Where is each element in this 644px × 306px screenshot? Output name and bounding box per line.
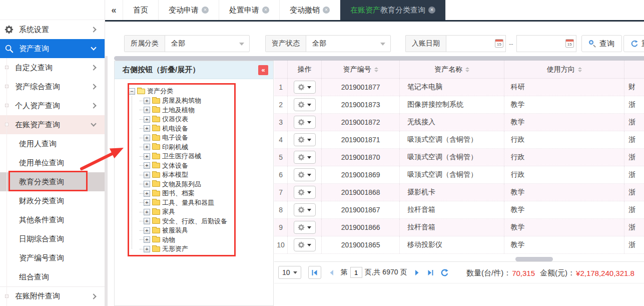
sidebar-item-asset-number-query[interactable]: 资产编号查询 [0, 248, 105, 267]
expand-node-icon[interactable]: + [144, 190, 150, 197]
tab-disposal-request[interactable]: 处置申请 × [219, 0, 280, 20]
panel-collapse-button[interactable]: « [258, 65, 268, 75]
row-actions-button[interactable] [294, 186, 316, 199]
row-actions-button[interactable] [294, 168, 316, 181]
tree-node[interactable]: + 安全、行政、后勤设备 [140, 217, 273, 226]
row-actions-button[interactable] [294, 81, 316, 94]
close-icon[interactable]: × [262, 7, 269, 14]
sidebar-item-asset-query[interactable]: 资产查询 [0, 39, 105, 58]
tab-change-cancel[interactable]: 变动撤销 × [280, 0, 340, 20]
first-page-button[interactable] [308, 266, 321, 279]
next-page-button[interactable] [414, 269, 420, 276]
tree-node[interactable]: + 被服装具 [140, 226, 273, 235]
row-actions-button[interactable] [294, 151, 316, 164]
sidebar-item-fiscal-category-query[interactable]: 财政分类查询 [0, 191, 105, 210]
tree-node[interactable]: + 家具 [140, 207, 273, 217]
expand-node-icon[interactable]: + [144, 153, 150, 160]
last-page-button[interactable] [427, 269, 434, 276]
close-icon[interactable]: × [323, 7, 330, 14]
tree-node[interactable]: + 动物 [140, 235, 273, 245]
expand-node-icon[interactable]: + [144, 218, 150, 224]
reset-button[interactable]: 重置 [623, 35, 644, 52]
table-row[interactable]: 6 2019001869 吸顶式空调（含铜管） 行政 浙 [274, 166, 644, 184]
tree-node-label[interactable]: 无形资产 [162, 244, 188, 253]
table-row[interactable]: 5 2019001870 吸顶式空调（含铜管） 行政 浙 [274, 149, 644, 166]
expand-node-icon[interactable]: + [144, 98, 150, 104]
prev-page-button[interactable] [328, 269, 335, 276]
close-icon[interactable]: × [428, 7, 435, 14]
tree-node[interactable]: + 标本模型 [140, 170, 273, 180]
sidebar-item-combined-query[interactable]: 组合查询 [0, 267, 105, 286]
sidebar-item-personal-asset-query[interactable]: 个人资产查询 [0, 96, 105, 115]
header-asset-name[interactable]: 资产名称 [400, 61, 504, 78]
tabs-collapse-button[interactable]: « [105, 0, 123, 20]
tab-home[interactable]: 首页 [123, 0, 159, 20]
sidebar-item-system-settings[interactable]: 系统设置 [0, 20, 105, 39]
sidebar-item-onbook-asset-query[interactable]: 在账资产查询 [0, 115, 105, 134]
table-row[interactable]: 4 2019001871 吸顶式空调（含铜管） 行政 浙 [274, 131, 644, 149]
tree-node-label[interactable]: 文物及陈列品 [162, 180, 201, 189]
calendar-icon[interactable]: 15 [495, 39, 503, 48]
tree-node-label[interactable]: 资产分类 [147, 87, 173, 96]
expand-node-icon[interactable]: + [144, 199, 150, 206]
close-icon[interactable]: × [202, 7, 209, 14]
tree-root-node[interactable]: − 资产分类 [129, 86, 273, 96]
table-row[interactable]: 3 2019001872 无线接入 教学 浙 [274, 114, 644, 131]
filter-category-select[interactable]: 全部 [165, 36, 249, 52]
expand-node-icon[interactable]: + [144, 209, 150, 215]
tree-node-label[interactable]: 电子设备 [162, 133, 188, 142]
sidebar-item-education-category-query[interactable]: 教育分类查询 [0, 172, 105, 191]
tree-node-label[interactable]: 家具 [162, 207, 175, 216]
tree-node[interactable]: + 图书、档案 [140, 189, 273, 198]
tree-node[interactable]: + 房屋及构筑物 [140, 96, 273, 106]
tree-node-label[interactable]: 印刷机械 [162, 143, 188, 152]
filter-status-select[interactable]: 全部 [306, 36, 390, 52]
tree-node-label[interactable]: 卫生医疗器械 [162, 152, 201, 161]
expand-node-icon[interactable]: + [144, 181, 150, 187]
sort-icon[interactable] [465, 67, 469, 72]
expand-node-icon[interactable]: + [144, 246, 150, 252]
sidebar-item-user-query[interactable]: 使用人查询 [0, 134, 105, 153]
sort-icon[interactable] [578, 67, 582, 72]
tab-change-request[interactable]: 变动申请 × [159, 0, 219, 20]
sidebar-item-other-condition-query[interactable]: 其他条件查询 [0, 210, 105, 229]
tree-node[interactable]: + 卫生医疗器械 [140, 152, 273, 161]
row-actions-button[interactable] [294, 116, 316, 129]
sidebar-scrollbar[interactable] [105, 22, 108, 306]
tree-node-label[interactable]: 安全、行政、后勤设备 [162, 217, 227, 226]
expand-node-icon[interactable]: + [144, 107, 150, 113]
table-row[interactable]: 2 2019001873 图像拼接控制系统 教学 浙 [274, 96, 644, 114]
sidebar-item-onbook-attachment-query[interactable]: 在账附件查询 [0, 286, 105, 305]
header-usage-direction[interactable]: 使用方向 [504, 61, 624, 78]
tree-node[interactable]: + 仪器仪表 [140, 115, 273, 124]
tree-node[interactable]: + 机电设备 [140, 124, 273, 134]
row-actions-button[interactable] [294, 203, 316, 216]
expand-node-icon[interactable]: + [144, 125, 150, 132]
expand-node-icon[interactable]: + [144, 172, 150, 178]
sidebar-item-using-unit-query[interactable]: 使用单位查询 [0, 153, 105, 172]
tree-node[interactable]: + 无形资产 [140, 244, 273, 254]
collapse-node-icon[interactable]: − [129, 88, 135, 95]
row-actions-button[interactable] [294, 98, 316, 111]
tree-node-label[interactable]: 房屋及构筑物 [162, 96, 201, 105]
row-actions-button[interactable] [294, 238, 316, 251]
expand-node-icon[interactable]: + [144, 144, 150, 150]
refresh-button[interactable] [441, 269, 448, 276]
tree-node-label[interactable]: 图书、档案 [162, 189, 195, 198]
search-button[interactable]: 查询 [581, 35, 622, 52]
table-row[interactable]: 7 2019001868 摄影机卡 教学 浙 [274, 184, 644, 201]
horizontal-scrollbar-thumb[interactable] [515, 257, 553, 261]
expand-node-icon[interactable]: + [144, 162, 150, 169]
table-row[interactable]: 1 2019001877 笔记本电脑 科研 财 [274, 79, 644, 96]
tree-node-label[interactable]: 仪器仪表 [162, 115, 188, 124]
expand-node-icon[interactable]: + [144, 135, 150, 141]
tree-node[interactable]: + 电子设备 [140, 133, 273, 143]
sidebar-item-custom-query[interactable]: 自定义查询 [0, 58, 105, 77]
tree-node-label[interactable]: 土地及植物 [162, 106, 195, 115]
tree-node[interactable]: + 土地及植物 [140, 106, 273, 115]
tree-node-label[interactable]: 文体设备 [162, 161, 188, 170]
expand-node-icon[interactable]: + [144, 236, 150, 243]
tree-node[interactable]: + 文物及陈列品 [140, 180, 273, 189]
tree-node-label[interactable]: 工具、量具和器皿 [162, 198, 214, 207]
tree-node[interactable]: + 工具、量具和器皿 [140, 198, 273, 208]
